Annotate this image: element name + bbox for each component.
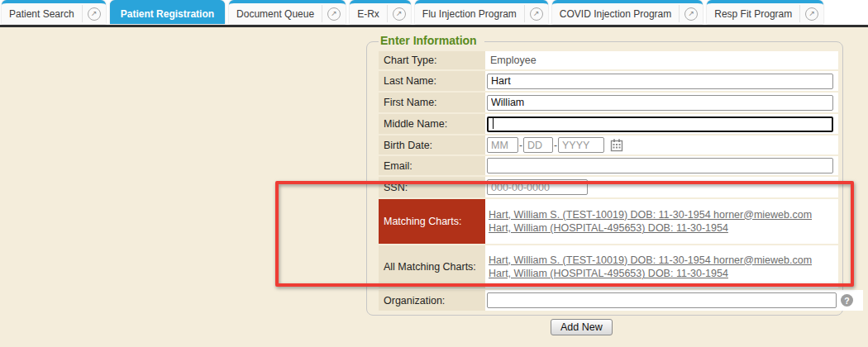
chart-type-row: Chart Type: Employee (379, 51, 863, 69)
popout-arrow-icon: ↗ (805, 7, 818, 21)
birth-month-input[interactable] (487, 137, 518, 153)
tab-document-queue[interactable]: Document Queue ↗ (229, 0, 346, 24)
email-label: Email: (379, 156, 485, 175)
tab-label: Patient Registration (110, 3, 225, 24)
date-separator: - (554, 140, 557, 151)
middle-name-input[interactable] (487, 116, 833, 132)
tab-patient-registration[interactable]: Patient Registration (110, 0, 225, 24)
ssn-row: SSN: (379, 177, 863, 197)
tab-bar: Patient Search ↗ Patient Registration Do… (0, 0, 868, 27)
popout-icon[interactable]: ↗ (83, 3, 106, 24)
ssn-label: SSN: (379, 177, 485, 197)
last-name-row: Last Name: (379, 71, 863, 91)
tab-patient-search[interactable]: Patient Search ↗ (2, 0, 106, 24)
popout-icon[interactable]: ↗ (800, 3, 823, 24)
birth-date-label: Birth Date: (379, 135, 485, 154)
first-name-row: First Name: (379, 93, 863, 112)
tab-covid-injection-program[interactable]: COVID Injection Program ↗ (552, 0, 703, 24)
ssn-input[interactable] (487, 179, 588, 195)
all-matching-charts-row: All Matching Charts: Hart, William S. (T… (379, 245, 863, 288)
first-name-input[interactable] (487, 95, 833, 111)
popout-arrow-icon: ↗ (327, 7, 341, 21)
popout-arrow-icon: ↗ (393, 7, 406, 21)
organization-label: Organization: (379, 290, 485, 311)
all-matching-charts-label: All Matching Charts: (379, 245, 485, 288)
matching-chart-link[interactable]: Hart, William (HOSPITAL-495653) DOB: 11-… (489, 221, 728, 235)
email-input[interactable] (487, 158, 833, 174)
middle-name-label: Middle Name: (379, 114, 485, 134)
organization-input[interactable] (487, 292, 837, 308)
tab-label: Flu Injection Program (415, 3, 524, 24)
organization-row: Organization: ? (379, 290, 863, 311)
tab-label: Resp Fit Program (707, 3, 799, 24)
popout-icon[interactable]: ↗ (388, 3, 411, 24)
popout-arrow-icon: ↗ (684, 7, 698, 21)
popout-icon[interactable]: ↗ (525, 3, 548, 24)
registration-form: Chart Type: Employee Last Name: First Na… (379, 51, 863, 311)
popout-icon[interactable]: ↗ (322, 3, 346, 24)
tab-e-rx[interactable]: E-Rx ↗ (350, 0, 411, 24)
matching-chart-link[interactable]: Hart, William S. (TEST-10019) DOB: 11-30… (489, 208, 812, 222)
date-separator: - (519, 140, 522, 151)
chart-type-value: Employee (487, 55, 537, 66)
birth-day-input[interactable] (523, 137, 553, 153)
text-caret (493, 118, 494, 129)
popout-arrow-icon: ↗ (88, 7, 101, 21)
tab-label: COVID Injection Program (552, 3, 679, 24)
patient-registration-screen: Patient Search ↗ Patient Registration Do… (0, 0, 868, 347)
enter-information-fieldset: Enter Information Chart Type: Employee L… (366, 41, 843, 316)
fieldset-legend: Enter Information (379, 34, 484, 47)
matching-charts-row: Matching Charts: Hart, William S. (TEST-… (379, 199, 863, 244)
email-row: Email: (379, 156, 863, 175)
birth-year-input[interactable] (558, 137, 604, 153)
last-name-input[interactable] (487, 74, 833, 89)
first-name-label: First Name: (379, 93, 485, 112)
tab-resp-fit-program[interactable]: Resp Fit Program ↗ (707, 0, 823, 24)
matching-chart-link[interactable]: Hart, William (HOSPITAL-495653) DOB: 11-… (489, 267, 728, 281)
popout-icon[interactable]: ↗ (680, 3, 703, 24)
matching-charts-label: Matching Charts: (379, 199, 485, 244)
add-new-button[interactable]: Add New (551, 319, 613, 335)
middle-name-row: Middle Name: (379, 114, 863, 134)
tab-label: Document Queue (229, 3, 322, 24)
matching-chart-link[interactable]: Hart, William S. (TEST-10019) DOB: 11-30… (489, 254, 812, 268)
tab-label: E-Rx (350, 3, 387, 24)
last-name-label: Last Name: (379, 71, 485, 91)
help-icon[interactable]: ? (841, 294, 853, 307)
birth-date-row: Birth Date: -- (379, 135, 863, 154)
tab-label: Patient Search (2, 3, 82, 24)
popout-arrow-icon: ↗ (530, 7, 543, 21)
tab-flu-injection-program[interactable]: Flu Injection Program ↗ (415, 0, 548, 24)
chart-type-label: Chart Type: (379, 51, 485, 69)
calendar-icon[interactable] (610, 139, 623, 152)
